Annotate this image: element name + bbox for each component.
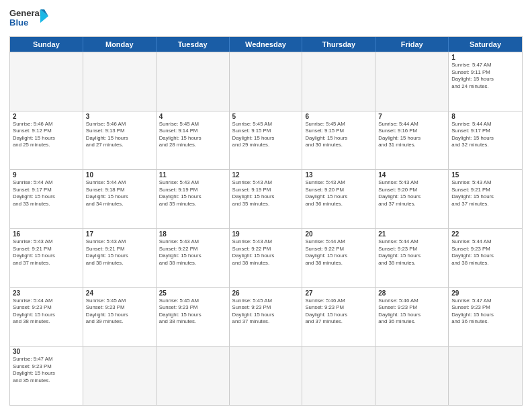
- calendar-cell: 24Sunrise: 5:45 AMSunset: 9:23 PMDayligh…: [83, 288, 157, 347]
- day-number: 5: [232, 113, 300, 120]
- day-info: Sunrise: 5:44 AMSunset: 9:23 PMDaylight:…: [451, 238, 519, 267]
- day-header-thursday: Thursday: [302, 37, 375, 52]
- calendar-cell: [302, 52, 375, 111]
- calendar-cell: 15Sunrise: 5:43 AMSunset: 9:21 PMDayligh…: [449, 170, 522, 228]
- day-number: 3: [86, 113, 153, 120]
- day-info: Sunrise: 5:47 AMSunset: 9:23 PMDaylight:…: [451, 298, 519, 326]
- day-info: Sunrise: 5:47 AMSunset: 9:11 PMDaylight:…: [451, 62, 519, 90]
- calendar-cell: 4Sunrise: 5:45 AMSunset: 9:14 PMDaylight…: [157, 111, 230, 170]
- day-number: 20: [305, 230, 372, 238]
- calendar-cell: 13Sunrise: 5:43 AMSunset: 9:20 PMDayligh…: [302, 170, 375, 228]
- day-number: 10: [86, 171, 153, 179]
- calendar-cell: 28Sunrise: 5:46 AMSunset: 9:23 PMDayligh…: [375, 288, 449, 347]
- calendar-header-row: SundayMondayTuesdayWednesdayThursdayFrid…: [10, 37, 522, 52]
- calendar-cell: [157, 52, 230, 111]
- calendar-week-3: 9Sunrise: 5:44 AMSunset: 9:17 PMDaylight…: [10, 169, 522, 228]
- day-info: Sunrise: 5:45 AMSunset: 9:23 PMDaylight:…: [86, 298, 153, 326]
- day-number: 8: [451, 113, 519, 120]
- day-number: 4: [159, 113, 226, 120]
- day-info: Sunrise: 5:46 AMSunset: 9:23 PMDaylight:…: [378, 298, 445, 326]
- calendar-page: General Blue SundayMondayTuesdayWednesda…: [0, 0, 532, 411]
- calendar-cell: 14Sunrise: 5:43 AMSunset: 9:20 PMDayligh…: [375, 170, 449, 228]
- day-info: Sunrise: 5:43 AMSunset: 9:20 PMDaylight:…: [378, 179, 445, 208]
- day-header-friday: Friday: [375, 37, 449, 52]
- day-number: 23: [13, 289, 80, 297]
- day-info: Sunrise: 5:45 AMSunset: 9:23 PMDaylight:…: [232, 298, 300, 326]
- day-info: Sunrise: 5:44 AMSunset: 9:17 PMDaylight:…: [451, 121, 519, 149]
- header: General Blue: [9, 7, 523, 32]
- calendar-cell: [230, 52, 303, 111]
- day-header-monday: Monday: [83, 37, 157, 52]
- day-info: Sunrise: 5:46 AMSunset: 9:13 PMDaylight:…: [86, 121, 153, 149]
- calendar-cell: 21Sunrise: 5:44 AMSunset: 9:23 PMDayligh…: [375, 229, 449, 287]
- day-number: 15: [451, 171, 519, 179]
- logo: General Blue: [9, 7, 50, 32]
- day-number: 22: [451, 230, 519, 238]
- calendar-cell: 16Sunrise: 5:43 AMSunset: 9:21 PMDayligh…: [10, 229, 83, 287]
- calendar-cell: 8Sunrise: 5:44 AMSunset: 9:17 PMDaylight…: [449, 111, 522, 170]
- day-number: 29: [451, 289, 519, 297]
- calendar-cell: 18Sunrise: 5:43 AMSunset: 9:22 PMDayligh…: [157, 229, 230, 287]
- calendar-cell: 12Sunrise: 5:43 AMSunset: 9:19 PMDayligh…: [230, 170, 303, 228]
- calendar-week-4: 16Sunrise: 5:43 AMSunset: 9:21 PMDayligh…: [10, 228, 522, 287]
- calendar-week-5: 23Sunrise: 5:44 AMSunset: 9:23 PMDayligh…: [10, 287, 522, 347]
- day-info: Sunrise: 5:43 AMSunset: 9:20 PMDaylight:…: [305, 179, 372, 208]
- calendar-cell: 26Sunrise: 5:45 AMSunset: 9:23 PMDayligh…: [230, 288, 303, 347]
- day-info: Sunrise: 5:45 AMSunset: 9:23 PMDaylight:…: [159, 298, 226, 326]
- calendar-cell: [230, 347, 303, 405]
- day-number: 21: [378, 230, 445, 238]
- calendar-cell: 2Sunrise: 5:46 AMSunset: 9:12 PMDaylight…: [10, 111, 83, 170]
- day-info: Sunrise: 5:43 AMSunset: 9:19 PMDaylight:…: [232, 179, 300, 208]
- calendar-cell: 20Sunrise: 5:44 AMSunset: 9:22 PMDayligh…: [302, 229, 375, 287]
- day-info: Sunrise: 5:43 AMSunset: 9:22 PMDaylight:…: [232, 238, 300, 267]
- day-info: Sunrise: 5:44 AMSunset: 9:22 PMDaylight:…: [305, 238, 372, 267]
- day-header-tuesday: Tuesday: [157, 37, 230, 52]
- day-info: Sunrise: 5:43 AMSunset: 9:21 PMDaylight:…: [13, 238, 80, 267]
- calendar-cell: 29Sunrise: 5:47 AMSunset: 9:23 PMDayligh…: [449, 288, 522, 347]
- day-info: Sunrise: 5:44 AMSunset: 9:18 PMDaylight:…: [86, 179, 153, 208]
- day-number: 26: [232, 289, 300, 297]
- day-number: 6: [305, 113, 372, 120]
- day-header-sunday: Sunday: [10, 37, 83, 52]
- calendar-cell: 17Sunrise: 5:43 AMSunset: 9:21 PMDayligh…: [83, 229, 157, 287]
- day-info: Sunrise: 5:44 AMSunset: 9:23 PMDaylight:…: [378, 238, 445, 267]
- calendar-week-2: 2Sunrise: 5:46 AMSunset: 9:12 PMDaylight…: [10, 111, 522, 170]
- day-number: 30: [13, 348, 80, 355]
- calendar-cell: [449, 347, 522, 405]
- calendar-cell: [157, 347, 230, 405]
- day-number: 19: [232, 230, 300, 238]
- day-info: Sunrise: 5:47 AMSunset: 9:23 PMDaylight:…: [13, 356, 80, 384]
- day-info: Sunrise: 5:46 AMSunset: 9:12 PMDaylight:…: [13, 121, 80, 149]
- calendar-cell: [302, 347, 375, 405]
- day-number: 11: [159, 171, 226, 179]
- calendar-cell: [375, 347, 449, 405]
- day-number: 24: [86, 289, 153, 297]
- calendar-cell: 25Sunrise: 5:45 AMSunset: 9:23 PMDayligh…: [157, 288, 230, 347]
- day-number: 14: [378, 171, 445, 179]
- day-number: 7: [378, 113, 445, 120]
- calendar-cell: 22Sunrise: 5:44 AMSunset: 9:23 PMDayligh…: [449, 229, 522, 287]
- day-header-wednesday: Wednesday: [230, 37, 303, 52]
- calendar-cell: 1Sunrise: 5:47 AMSunset: 9:11 PMDaylight…: [449, 52, 522, 111]
- day-info: Sunrise: 5:43 AMSunset: 9:21 PMDaylight:…: [86, 238, 153, 267]
- calendar-cell: [375, 52, 449, 111]
- day-info: Sunrise: 5:44 AMSunset: 9:17 PMDaylight:…: [13, 179, 80, 208]
- calendar-cell: 5Sunrise: 5:45 AMSunset: 9:15 PMDaylight…: [230, 111, 303, 170]
- day-info: Sunrise: 5:45 AMSunset: 9:15 PMDaylight:…: [305, 121, 372, 149]
- day-number: 16: [13, 230, 80, 238]
- day-info: Sunrise: 5:43 AMSunset: 9:22 PMDaylight:…: [159, 238, 226, 267]
- day-info: Sunrise: 5:43 AMSunset: 9:21 PMDaylight:…: [451, 179, 519, 208]
- calendar-cell: 6Sunrise: 5:45 AMSunset: 9:15 PMDaylight…: [302, 111, 375, 170]
- day-info: Sunrise: 5:44 AMSunset: 9:16 PMDaylight:…: [378, 121, 445, 149]
- calendar-cell: 9Sunrise: 5:44 AMSunset: 9:17 PMDaylight…: [10, 170, 83, 228]
- day-info: Sunrise: 5:44 AMSunset: 9:23 PMDaylight:…: [13, 298, 80, 326]
- day-number: 17: [86, 230, 153, 238]
- calendar-body: 1Sunrise: 5:47 AMSunset: 9:11 PMDaylight…: [10, 52, 522, 405]
- day-number: 12: [232, 171, 300, 179]
- calendar-cell: 19Sunrise: 5:43 AMSunset: 9:22 PMDayligh…: [230, 229, 303, 287]
- calendar-cell: [83, 347, 157, 405]
- calendar-cell: 27Sunrise: 5:46 AMSunset: 9:23 PMDayligh…: [302, 288, 375, 347]
- day-info: Sunrise: 5:46 AMSunset: 9:23 PMDaylight:…: [305, 298, 372, 326]
- day-number: 13: [305, 171, 372, 179]
- calendar-week-6: 30Sunrise: 5:47 AMSunset: 9:23 PMDayligh…: [10, 346, 522, 405]
